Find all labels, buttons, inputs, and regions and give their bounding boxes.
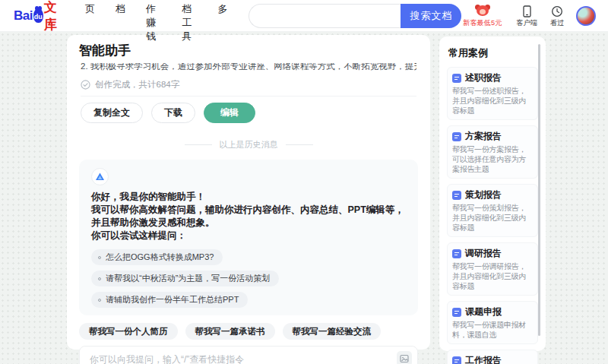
- sidebar-scrollbar[interactable]: [538, 44, 540, 336]
- sidebar-title: 常用案例: [448, 46, 538, 60]
- document-icon: [452, 308, 461, 317]
- document-icon: [452, 74, 461, 83]
- search-bar: 搜索文档: [249, 4, 461, 28]
- top-navbar: Bai du 文库 首页 文档 写作赚钱 文档工具 更多 搜索文档 新客最低5元: [0, 0, 608, 32]
- suggestion-pill[interactable]: 请辅助我创作一份半年工作总结PPT: [91, 292, 248, 308]
- assistant-avatar-icon: [91, 168, 109, 185]
- phone-icon: [521, 5, 533, 17]
- bullet-icon: [98, 277, 101, 280]
- clipped-history-message: 2. 我积极寻求学习机会，通过参加外部专业讲座、网络课程等方式，不断拓宽视野，提…: [81, 63, 416, 72]
- nav-item-docs[interactable]: 文档: [116, 0, 125, 43]
- client-label: 客户端: [516, 19, 537, 26]
- divider: [81, 96, 416, 97]
- search-docs-button[interactable]: 搜索文档: [401, 4, 461, 28]
- chat-input[interactable]: [80, 347, 417, 364]
- check-circle-icon: [81, 80, 90, 90]
- case-list: 述职报告 帮我写一份述职报告，并且内容细化到三级内容标题 方案报告 帮我写一份方…: [447, 67, 538, 364]
- clock-icon: [551, 5, 563, 17]
- nav-menu: 首页 文档 写作赚钱 文档工具 更多: [85, 0, 227, 43]
- page-title: 智能助手: [79, 43, 424, 59]
- welcome-try-label: 你可以尝试这样提问：: [91, 229, 406, 242]
- seen-label: 看过: [550, 19, 564, 26]
- logo-bai-text: Bai: [14, 8, 33, 24]
- suggestion-list: 怎么把OGG格式转换成MP3? 请帮我以“中秋活动”为主题，写一份活动策划 请辅…: [91, 249, 406, 308]
- client-entry[interactable]: 客户端: [515, 5, 538, 27]
- nav-item-doc-tools[interactable]: 文档工具: [182, 0, 197, 43]
- quick-prompt-commitment[interactable]: 帮我写一篇承诺书: [185, 323, 275, 340]
- document-icon: [452, 356, 461, 364]
- baidu-wenku-assistant-page: Bai du 文库 首页 文档 写作赚钱 文档工具 更多 搜索文档 新客最低5元: [0, 0, 608, 364]
- promo-mascot-icon: [474, 5, 491, 17]
- download-button[interactable]: 下载: [151, 103, 195, 123]
- image-icon: [400, 354, 409, 363]
- search-input[interactable]: [249, 4, 401, 28]
- chat-input-box: 0/400: [79, 346, 418, 364]
- case-item-project-application[interactable]: 课题申报 帮我写一份课题申报材料，课题自选: [447, 301, 538, 344]
- nav-item-write-earn[interactable]: 写作赚钱: [146, 0, 161, 43]
- chat-panel: 智能助手 2. 我积极寻求学习机会，通过参加外部专业讲座、网络课程等方式，不断拓…: [67, 35, 430, 350]
- creation-status-text: 创作完成，共计684字: [95, 79, 179, 90]
- copy-all-button[interactable]: 复制全文: [81, 103, 143, 123]
- promo-entry[interactable]: 新客最低5元: [461, 5, 504, 27]
- bullet-icon: [98, 256, 101, 259]
- message-actions: 复制全文 下载 编辑: [81, 103, 416, 123]
- promo-label: 新客最低5元: [464, 19, 502, 26]
- case-item-planning-report[interactable]: 策划报告 帮我写一份策划报告，并且内容细化到三级内容标题: [447, 184, 538, 237]
- case-item-work-report[interactable]: 工作报告 帮我写一份工作报告，工作类型随机: [447, 350, 538, 364]
- case-item-research-report[interactable]: 调研报告 帮我写一份调研报告，并且内容细化到三级内容标题: [447, 242, 538, 296]
- quick-prompt-experience[interactable]: 帮我写一篇经验交流: [283, 323, 382, 340]
- case-item-plan-report[interactable]: 方案报告 帮我写一份方案报告，可以选择任意内容为方案报告主题: [447, 125, 538, 179]
- common-cases-sidebar: 常用案例 述职报告 帮我写一份述职报告，并且内容细化到三级内容标题 方案报告 帮…: [439, 36, 546, 351]
- nav-item-home[interactable]: 首页: [85, 0, 95, 43]
- suggestion-pill[interactable]: 怎么把OGG格式转换成MP3?: [91, 249, 223, 265]
- creation-status-row: 创作完成，共计684字: [81, 79, 416, 90]
- document-icon: [452, 132, 461, 141]
- history-divider-label: 以上是历史消息: [220, 139, 278, 150]
- welcome-greeting: 你好，我是你的智能助手！: [91, 191, 406, 204]
- suggestion-pill[interactable]: 请帮我以“中秋活动”为主题，写一份活动策划: [91, 271, 279, 286]
- navbar-right-cluster: 新客最低5元 客户端 看过: [461, 5, 596, 27]
- seen-entry[interactable]: 看过: [549, 5, 565, 27]
- logo-wenku-text: 文库: [44, 0, 62, 33]
- welcome-card: 你好，我是你的智能助手！ 我可以帮你高效解答问题，辅助你进行内容创作、内容总结、…: [79, 160, 418, 315]
- history-divider: 以上是历史消息: [73, 139, 424, 150]
- baidu-wenku-logo[interactable]: Bai du 文库: [14, 0, 62, 33]
- bullet-icon: [98, 299, 101, 302]
- welcome-intro: 我可以帮你高效解答问题，辅助你进行内容创作、内容总结、PPT编辑等，并且帮助你激…: [91, 204, 406, 229]
- edit-button[interactable]: 编辑: [204, 103, 255, 123]
- document-icon: [452, 249, 461, 258]
- quick-prompt-row: 帮我写一份个人简历 帮我写一篇承诺书 帮我写一篇经验交流: [79, 323, 418, 340]
- image-upload-button[interactable]: [397, 351, 412, 364]
- baidu-paw-icon: du: [33, 8, 43, 23]
- case-item-debriefing-report[interactable]: 述职报告 帮我写一份述职报告，并且内容细化到三级内容标题: [447, 67, 538, 120]
- document-icon: [452, 191, 461, 200]
- user-avatar[interactable]: [576, 6, 596, 26]
- quick-prompt-resume[interactable]: 帮我写一份个人简历: [79, 323, 178, 340]
- nav-item-more[interactable]: 更多: [217, 0, 227, 43]
